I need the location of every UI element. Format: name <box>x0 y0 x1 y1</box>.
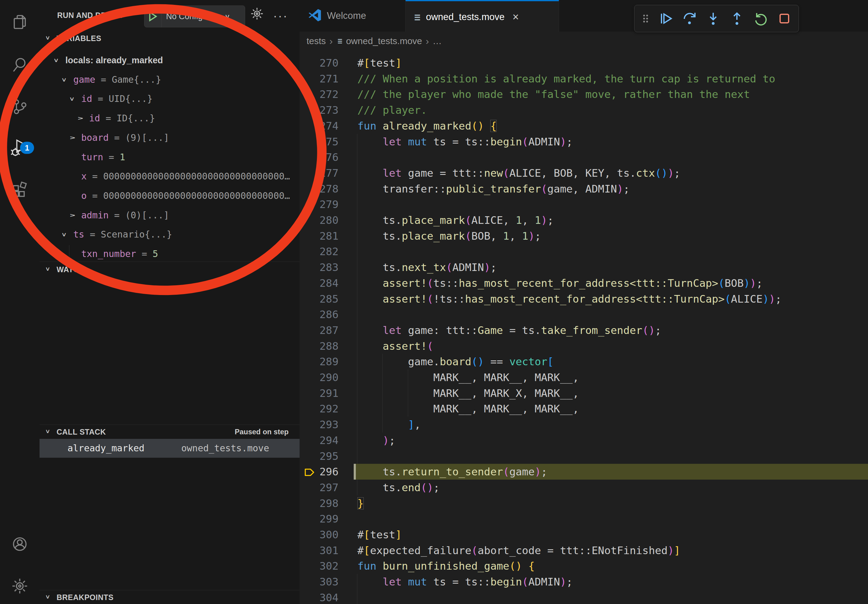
variable-row[interactable]: x = 000000000000000000000000000000000… <box>40 167 341 186</box>
chevron-down-icon[interactable]: ∨ <box>61 228 67 242</box>
line-number[interactable]: 299 <box>318 511 338 527</box>
code-line[interactable]: 281 ts.place_mark(BOB, 1, 1); <box>299 228 868 244</box>
line-number[interactable]: 300 <box>318 527 338 542</box>
line-number[interactable]: 289 <box>318 354 338 370</box>
code-line[interactable]: 292 MARK__, MARK__, MARK__, <box>299 401 868 417</box>
code-line[interactable]: 295 <box>299 448 868 464</box>
variable-row[interactable]: ∨board = (9)[...] <box>40 128 341 147</box>
code-line[interactable]: 293 ], <box>299 417 868 432</box>
explorer-icon[interactable] <box>0 5 40 39</box>
code-line[interactable]: 280 ts.place_mark(ALICE, 1, 1); <box>299 212 868 228</box>
run-and-debug-icon[interactable]: 1 <box>0 131 40 164</box>
variable-row[interactable]: o = 000000000000000000000000000000000… <box>40 186 341 206</box>
line-number[interactable]: 271 <box>318 71 338 87</box>
code-line[interactable]: 276 <box>299 149 868 165</box>
line-number[interactable]: 301 <box>318 542 338 558</box>
code-line[interactable]: 278 transfer::public_transfer(game, ADMI… <box>299 181 868 197</box>
settings-gear-icon[interactable] <box>0 569 40 603</box>
line-number[interactable]: 292 <box>318 401 338 417</box>
code-line[interactable]: 290 MARK__, MARK__, MARK__, <box>299 370 868 385</box>
line-number[interactable]: 295 <box>318 448 338 464</box>
call-stack-section-header[interactable]: ∨ CALL STACK Paused on step <box>40 426 299 440</box>
step-out-button[interactable] <box>727 9 746 28</box>
line-number[interactable]: 290 <box>318 370 338 385</box>
debug-config-picker[interactable]: No Configur ∨ <box>144 5 245 27</box>
line-number[interactable]: 274 <box>318 118 338 134</box>
code-line[interactable]: 272/// the player who made the "false" m… <box>299 87 868 102</box>
step-into-button[interactable] <box>704 9 722 28</box>
code-area[interactable]: 270#[test]271/// When a position is alre… <box>299 0 868 604</box>
source-control-icon[interactable] <box>0 90 40 124</box>
code-line[interactable]: 283 ts.next_tx(ADMIN); <box>299 259 868 275</box>
variable-row[interactable]: ∨ts = Scenario{...} <box>40 225 333 244</box>
variables-section-header[interactable]: ∨ VARIABLES <box>40 32 299 47</box>
chevron-right-icon[interactable]: ∨ <box>62 136 82 139</box>
line-number[interactable]: 291 <box>318 385 338 401</box>
code-line[interactable]: 303 let mut ts = ts::begin(ADMIN); <box>299 574 868 590</box>
code-line[interactable]: 298} <box>299 496 868 511</box>
line-number[interactable]: 284 <box>318 275 338 291</box>
line-number[interactable]: 303 <box>318 574 338 590</box>
breakpoints-section-header[interactable]: ∨ BREAKPOINTS <box>40 591 299 604</box>
code-line[interactable]: 284 assert!(ts::has_most_recent_for_addr… <box>299 275 868 291</box>
code-line[interactable]: 297 ts.end(); <box>299 480 868 496</box>
code-line[interactable]: 285 assert!(!ts::has_most_recent_for_add… <box>299 291 868 307</box>
code-line[interactable]: 302fun burn_unfinished_game() { <box>299 558 868 574</box>
line-number[interactable]: 287 <box>318 322 338 338</box>
code-line[interactable]: 304 <box>299 590 868 604</box>
line-number[interactable]: 297 <box>318 480 338 496</box>
line-number[interactable]: 275 <box>318 134 338 150</box>
line-number[interactable]: 283 <box>318 259 338 275</box>
code-line[interactable]: 288 assert!( <box>299 338 868 354</box>
line-number[interactable]: 288 <box>318 338 338 354</box>
search-icon[interactable] <box>0 48 40 82</box>
line-number[interactable]: 302 <box>318 558 338 574</box>
watch-section-header[interactable]: ∨ WATCH <box>40 263 299 278</box>
code-line[interactable]: 300#[test] <box>299 527 868 542</box>
variable-row[interactable]: turn = 1 <box>40 147 341 167</box>
chevron-right-icon[interactable]: ∨ <box>70 116 90 120</box>
more-actions-icon[interactable]: ··· <box>273 9 288 23</box>
step-over-button[interactable] <box>680 9 699 28</box>
code-line[interactable]: 301#[expected_failure(abort_code = ttt::… <box>299 542 868 558</box>
debug-gear-icon[interactable] <box>250 7 264 22</box>
code-line[interactable]: 271/// When a position is already marked… <box>299 71 868 87</box>
code-line[interactable]: 289 game.board() == vector[ <box>299 354 868 370</box>
code-line[interactable]: 279 <box>299 197 868 212</box>
code-line[interactable]: 275 let mut ts = ts::begin(ADMIN); <box>299 134 868 150</box>
code-line[interactable]: 294 ); <box>299 432 868 448</box>
line-number[interactable]: 304 <box>318 590 338 604</box>
line-number[interactable]: 281 <box>318 228 338 244</box>
variable-row[interactable]: ∨game = Game{...} <box>40 70 333 90</box>
line-number[interactable]: 282 <box>318 244 338 259</box>
chevron-down-icon[interactable]: ∨ <box>61 73 67 87</box>
line-number[interactable]: 270 <box>318 55 338 71</box>
code-line[interactable]: 282 <box>299 244 868 259</box>
line-number[interactable]: 273 <box>318 102 338 118</box>
line-number[interactable]: 285 <box>318 291 338 307</box>
chevron-down-icon[interactable]: ∨ <box>53 54 59 67</box>
line-number[interactable]: 286 <box>318 307 338 322</box>
extensions-icon[interactable] <box>0 173 40 207</box>
account-icon[interactable] <box>0 527 40 561</box>
current-execution-line[interactable]: 296 ts.return_to_sender(game); <box>299 464 868 480</box>
line-number[interactable]: 296 <box>318 464 338 480</box>
scope-row[interactable]: ∨locals: already_marked <box>40 51 326 70</box>
variable-row[interactable]: ∨id = UID{...} <box>40 89 341 108</box>
code-line[interactable]: 273/// player. <box>299 102 868 118</box>
chevron-right-icon[interactable]: ∨ <box>62 213 82 217</box>
toolbar-drag-handle[interactable] <box>639 9 651 28</box>
code-line[interactable]: 299 <box>299 511 868 527</box>
line-number[interactable]: 277 <box>318 165 338 181</box>
debug-start-icon[interactable] <box>144 6 162 27</box>
variable-row[interactable]: ∨admin = (0)[...] <box>40 206 341 225</box>
line-number[interactable]: 276 <box>318 149 338 165</box>
restart-button[interactable] <box>751 9 770 28</box>
line-number[interactable]: 294 <box>318 432 338 448</box>
code-line[interactable]: 287 let game: ttt::Game = ts.take_from_s… <box>299 322 868 338</box>
line-number[interactable]: 293 <box>318 417 338 432</box>
code-line[interactable]: 270#[test] <box>299 55 868 71</box>
line-number[interactable]: 279 <box>318 197 338 212</box>
code-line[interactable]: 291 MARK__, MARK_X, MARK__, <box>299 385 868 401</box>
call-stack-frame-row[interactable]: already_marked owned_tests.move <box>40 439 299 458</box>
